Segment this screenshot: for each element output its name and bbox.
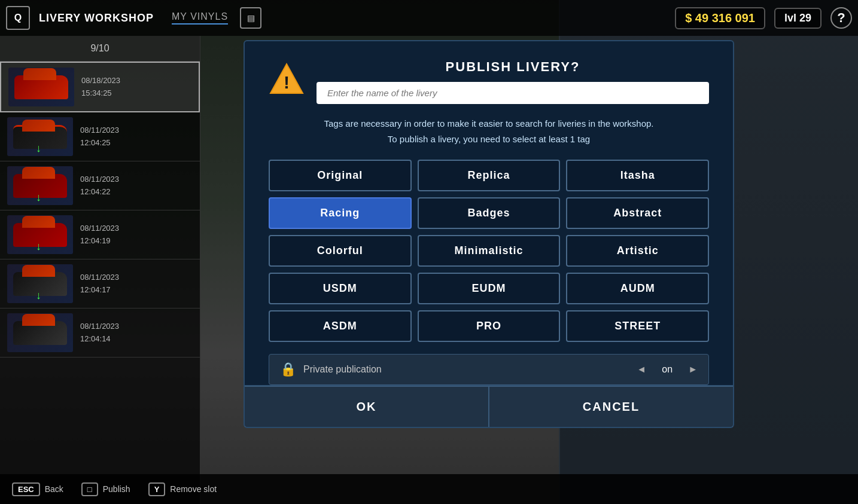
modal-overlay: ! PUBLISH LIVERY? Tags are necessary in … bbox=[0, 0, 858, 504]
private-publication-row: 🔒 Private publication ◄ on ► bbox=[269, 354, 709, 385]
tag-button-badges[interactable]: Badges bbox=[418, 197, 561, 229]
tag-button-minimalistic[interactable]: Minimalistic bbox=[418, 235, 561, 267]
tag-button-artistic[interactable]: Artistic bbox=[566, 235, 709, 267]
description-line1: Tags are necessary in order to make it e… bbox=[269, 116, 709, 132]
tag-button-eudm[interactable]: EUDM bbox=[418, 273, 561, 304]
ok-button[interactable]: OK bbox=[245, 386, 489, 427]
description-line2: To publish a livery, you need to select … bbox=[269, 132, 709, 147]
tag-button-colorful[interactable]: Colorful bbox=[269, 235, 412, 267]
modal-title-area: PUBLISH LIVERY? bbox=[317, 59, 709, 104]
tag-button-usdm[interactable]: USDM bbox=[269, 273, 412, 304]
modal-buttons: OK CANCEL bbox=[245, 386, 733, 427]
tag-button-abstract[interactable]: Abstract bbox=[566, 197, 709, 229]
warning-icon: ! bbox=[269, 62, 305, 95]
modal-header: ! PUBLISH LIVERY? bbox=[269, 59, 709, 104]
tag-button-replica[interactable]: Replica bbox=[418, 160, 561, 191]
toggle-right-arrow[interactable]: ► bbox=[688, 364, 698, 375]
tag-button-asdm[interactable]: ASDM bbox=[269, 310, 412, 342]
tag-button-itasha[interactable]: Itasha bbox=[566, 160, 709, 191]
publish-livery-modal: ! PUBLISH LIVERY? Tags are necessary in … bbox=[244, 40, 734, 428]
svg-text:!: ! bbox=[284, 72, 290, 92]
modal-bottom: OK CANCEL bbox=[245, 385, 733, 427]
modal-description: Tags are necessary in order to make it e… bbox=[269, 116, 709, 146]
tag-button-racing[interactable]: Racing bbox=[269, 197, 412, 229]
toggle-value: on bbox=[655, 364, 679, 375]
lock-icon: 🔒 bbox=[280, 362, 296, 377]
livery-name-input[interactable] bbox=[317, 82, 709, 104]
tag-button-original[interactable]: Original bbox=[269, 160, 412, 191]
tag-button-audm[interactable]: AUDM bbox=[566, 273, 709, 304]
cancel-button[interactable]: CANCEL bbox=[489, 386, 733, 427]
private-label: Private publication bbox=[303, 364, 637, 375]
tag-button-street[interactable]: STREET bbox=[566, 310, 709, 342]
tags-grid: OriginalReplicaItashaRacingBadgesAbstrac… bbox=[269, 160, 709, 342]
modal-title: PUBLISH LIVERY? bbox=[317, 59, 709, 75]
toggle-left-arrow[interactable]: ◄ bbox=[637, 364, 646, 375]
tag-button-pro[interactable]: PRO bbox=[418, 310, 561, 342]
